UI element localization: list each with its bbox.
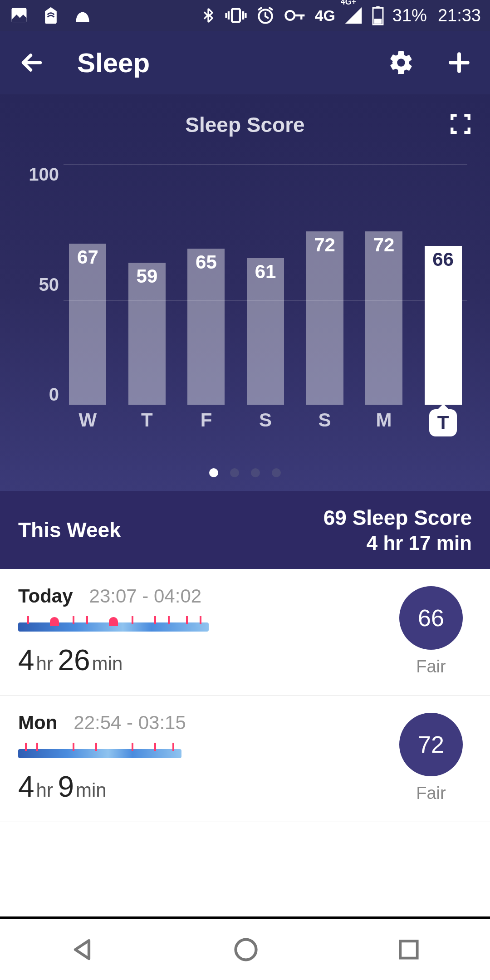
y-tick: 100	[14, 164, 59, 185]
pager-dot[interactable]	[230, 468, 239, 477]
sleep-duration: 4hr 9min	[18, 770, 390, 804]
x-label: S	[241, 409, 290, 436]
key-icon	[284, 5, 306, 25]
sleep-stages-graph	[18, 743, 209, 758]
vpn-icon	[73, 5, 93, 25]
x-label: F	[182, 409, 230, 436]
sleep-stages-graph	[18, 616, 209, 632]
settings-button[interactable]	[387, 49, 415, 76]
nav-back-button[interactable]	[69, 936, 96, 963]
x-label: S	[300, 409, 349, 436]
chart-bar[interactable]: 72	[365, 231, 402, 405]
bar-value: 72	[306, 234, 343, 256]
bar-value: 65	[187, 251, 225, 273]
svg-point-3	[286, 11, 295, 20]
clock-time: 21:33	[438, 6, 481, 25]
tag-icon	[41, 5, 61, 25]
pager-dots[interactable]	[14, 468, 476, 477]
score-rating: Fair	[416, 784, 446, 803]
sleep-duration: 4hr 26min	[18, 643, 390, 677]
x-label: W	[64, 409, 112, 436]
score-badge: 66	[399, 586, 463, 650]
signal-icon: 4G+	[343, 5, 363, 25]
score-rating: Fair	[416, 657, 446, 676]
chart-bar[interactable]: 72	[306, 231, 343, 405]
summary-duration: 4 hr 17 min	[323, 532, 472, 554]
sleep-list-item[interactable]: Today 23:07 - 04:02 4hr 26min	[0, 569, 490, 696]
bar-value: 59	[128, 265, 166, 287]
alarm-icon	[255, 5, 275, 25]
y-tick: 50	[14, 274, 59, 295]
vibrate-icon	[225, 5, 247, 25]
bar-value: 66	[425, 249, 462, 270]
x-label: T	[429, 409, 457, 436]
summary-label: This Week	[18, 518, 121, 542]
y-tick: 0	[14, 384, 59, 405]
chart-bar[interactable]: 65	[187, 249, 225, 405]
nav-recent-button[interactable]	[396, 937, 421, 962]
add-button[interactable]	[446, 50, 472, 75]
pager-dot[interactable]	[251, 468, 260, 477]
svg-rect-8	[401, 941, 417, 958]
chart-title: Sleep Score	[185, 113, 304, 137]
nav-home-button[interactable]	[232, 936, 260, 963]
item-day: Mon	[18, 712, 57, 734]
bluetooth-icon	[200, 5, 216, 25]
bar-value: 67	[69, 246, 106, 268]
sleep-score-chart[interactable]: 100 50 0 67596561727266 WTFSSMT	[14, 164, 476, 436]
x-label: T	[123, 409, 172, 436]
bar-value: 72	[365, 234, 402, 256]
sleep-log-list: Today 23:07 - 04:02 4hr 26min	[0, 569, 490, 916]
svg-point-7	[235, 940, 256, 960]
item-time-range: 22:54 - 03:15	[74, 712, 186, 734]
svg-rect-5	[376, 6, 379, 8]
score-badge: 72	[399, 713, 463, 776]
battery-icon	[372, 5, 384, 25]
week-summary: This Week 69 Sleep Score 4 hr 17 min	[0, 491, 490, 569]
image-icon	[9, 5, 29, 25]
pager-dot[interactable]	[272, 468, 281, 477]
pager-dot[interactable]	[209, 468, 218, 477]
expand-button[interactable]	[449, 113, 472, 137]
status-bar: 4G 4G+ 31% 21:33	[0, 0, 490, 31]
network-label: 4G	[314, 7, 335, 24]
chart-bar[interactable]: 67	[69, 244, 106, 405]
bar-value: 61	[247, 261, 284, 283]
summary-score: 69 Sleep Score	[323, 505, 472, 530]
item-day: Today	[18, 585, 73, 607]
chart-section: Sleep Score 100 50 0 67596561727266 WTFS…	[0, 94, 490, 491]
svg-rect-1	[232, 9, 240, 22]
system-nav-bar	[0, 916, 490, 980]
svg-rect-6	[374, 19, 382, 24]
chart-bar[interactable]: 66	[425, 246, 462, 405]
sleep-list-item[interactable]: Mon 22:54 - 03:15 4hr 9min 72 Fair	[0, 696, 490, 822]
app-header: Sleep	[0, 31, 490, 94]
chart-bar[interactable]: 59	[128, 263, 166, 405]
battery-percent: 31%	[392, 6, 427, 25]
back-button[interactable]	[18, 49, 45, 76]
item-time-range: 23:07 - 04:02	[89, 585, 202, 607]
chart-bar[interactable]: 61	[247, 258, 284, 405]
x-label: M	[360, 409, 408, 436]
page-title: Sleep	[77, 47, 387, 78]
